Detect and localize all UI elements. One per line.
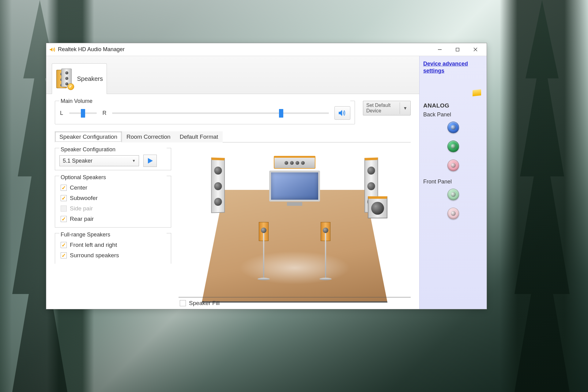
option-surround[interactable]: Surround speakers xyxy=(59,250,167,261)
subwoofer-icon[interactable] xyxy=(368,196,387,218)
minimize-button[interactable] xyxy=(431,45,449,55)
set-default-label: Set Default Device xyxy=(366,103,400,114)
full-range-speakers-group: Full-range Speakers Front left and right… xyxy=(55,233,171,264)
titlebar: Realtek HD Audio Manager xyxy=(46,43,487,56)
window-title: Realtek HD Audio Manager xyxy=(58,46,125,53)
speaker-configuration-value: 5.1 Speaker xyxy=(63,158,92,164)
speaker-configuration-group: Speaker Configuration 5.1 Speaker ▼ xyxy=(55,148,171,170)
option-speaker-fill[interactable]: Speaker Fill xyxy=(180,300,220,307)
device-tabs: ✓ Speakers xyxy=(46,56,419,94)
optional-speakers-group: Optional Speakers Center Subwoofer Side … xyxy=(55,176,171,228)
jack-back-pink[interactable] xyxy=(447,160,459,171)
front-panel-label: Front Panel xyxy=(423,179,483,185)
speaker-test-play-button[interactable] xyxy=(143,155,157,167)
app-window: Realtek HD Audio Manager ✓ Speakers xyxy=(46,43,487,309)
center-speaker-icon[interactable] xyxy=(274,156,315,169)
tab-default-format[interactable]: Default Format xyxy=(175,131,223,142)
checkbox-icon xyxy=(61,185,67,191)
option-front-lr[interactable]: Front left and right xyxy=(59,240,167,250)
checkbox-icon xyxy=(180,300,186,306)
jack-front-pink[interactable] xyxy=(447,208,459,219)
balance-right-label: R xyxy=(102,110,107,116)
balance-left-label: L xyxy=(59,110,64,116)
play-icon xyxy=(147,157,153,164)
tv-icon xyxy=(269,171,320,209)
device-tab-label: Speakers xyxy=(77,75,103,82)
close-button[interactable] xyxy=(466,45,484,55)
main-panel: ✓ Speakers Main Volume L R xyxy=(46,56,419,309)
option-center[interactable]: Center xyxy=(59,183,167,193)
speaker-room-visualization: Speaker Fill xyxy=(179,148,411,309)
front-left-speaker-icon[interactable] xyxy=(211,157,225,213)
balance-slider[interactable] xyxy=(69,112,97,114)
checkbox-icon xyxy=(61,195,67,201)
checkbox-icon xyxy=(61,205,67,212)
chevron-down-icon: ▼ xyxy=(400,102,407,114)
jack-back-green[interactable] xyxy=(447,141,459,152)
analog-heading: ANALOG xyxy=(423,102,483,109)
speaker-configuration-select[interactable]: 5.1 Speaker ▼ xyxy=(59,155,139,166)
jack-back-blue[interactable] xyxy=(447,122,459,133)
option-rear-pair[interactable]: Rear pair xyxy=(59,214,167,224)
side-panel: Device advanced settings ANALOG Back Pan… xyxy=(419,56,487,309)
speaker-sound-icon xyxy=(338,109,347,117)
chevron-down-icon: ▼ xyxy=(132,159,136,163)
volume-slider[interactable] xyxy=(112,112,329,114)
mute-button[interactable] xyxy=(334,106,350,120)
device-tab-speakers[interactable]: ✓ Speakers xyxy=(52,63,107,94)
rear-right-speaker-icon[interactable] xyxy=(319,222,332,280)
tab-speaker-configuration[interactable]: Speaker Configuration xyxy=(55,131,122,142)
checkbox-icon xyxy=(61,216,67,222)
device-advanced-settings-link[interactable]: Device advanced settings xyxy=(423,60,483,75)
set-default-device-button[interactable]: Set Default Device ▼ xyxy=(363,101,411,115)
full-range-heading: Full-range Speakers xyxy=(59,232,167,238)
svg-rect-0 xyxy=(438,49,442,50)
main-volume-heading: Main Volume xyxy=(59,98,350,104)
rear-left-speaker-icon[interactable] xyxy=(258,222,270,280)
settings-tabs: Speaker Configuration Room Correction De… xyxy=(55,131,411,142)
speakers-icon: ✓ xyxy=(56,69,74,89)
option-subwoofer[interactable]: Subwoofer xyxy=(59,193,167,203)
svg-rect-1 xyxy=(456,48,459,51)
back-panel-label: Back Panel xyxy=(423,111,483,118)
option-side-pair: Side pair xyxy=(59,203,167,214)
app-icon xyxy=(49,46,55,53)
maximize-button[interactable] xyxy=(449,45,466,55)
tab-room-correction[interactable]: Room Correction xyxy=(122,131,175,142)
jack-front-green[interactable] xyxy=(447,189,459,200)
speaker-configuration-heading: Speaker Configuration xyxy=(59,146,167,153)
checkbox-icon xyxy=(61,242,67,248)
optional-speakers-heading: Optional Speakers xyxy=(59,174,167,181)
folder-icon[interactable] xyxy=(473,89,481,96)
checkbox-icon xyxy=(61,252,67,258)
